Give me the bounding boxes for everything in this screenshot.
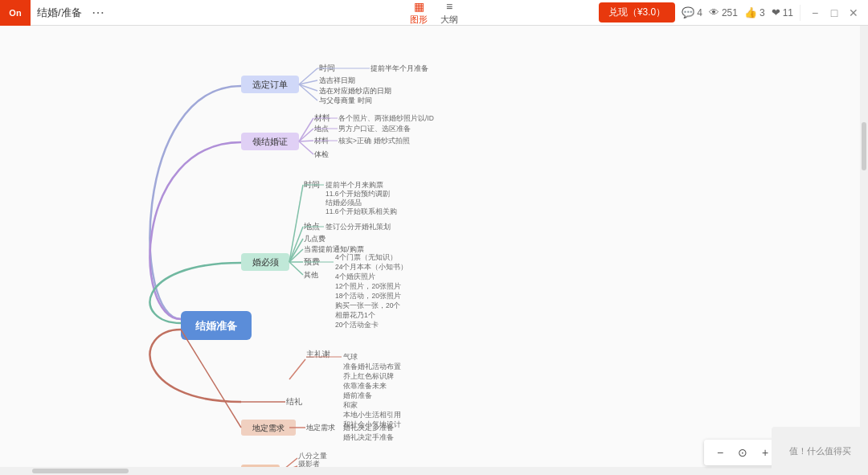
comment-icon: 💬 (682, 6, 694, 18)
leaf-text: 男方户口证、选区准备 (338, 125, 411, 133)
header-center: ▦ 图形 ≡ 大纲 (410, 0, 458, 26)
more-menu-button[interactable]: ⋯ (88, 3, 108, 23)
leaf-text: 结婚必须品 (326, 199, 362, 207)
leaf-text: 婚礼决定手准备 (343, 433, 394, 441)
leaf-text: 地定需求 (252, 424, 285, 432)
header: On 结婚/准备 ⋯ ▦ 图形 ≡ 大纲 兑现（¥3.0） 💬 4 👁 251 … (0, 0, 868, 26)
leaf-text: 签订公分开婚礼策划 (326, 223, 391, 231)
leaf-text: 结礼 (286, 397, 302, 406)
leaf-text: 提前半个月来购票 (326, 181, 383, 189)
zoom-fit-button[interactable]: ⊙ (733, 443, 752, 462)
heart-icon: ❤ (772, 6, 780, 18)
canvas-area[interactable]: 结婚准备 选定订单 时间 提前半年个月准备 选吉祥日期 选在对应婚纱店的日期 与… (0, 26, 860, 475)
like-count: 3 (760, 7, 765, 18)
vertical-scrollbar[interactable] (860, 26, 868, 475)
like-icon: 👍 (744, 6, 757, 18)
zoom-out-button[interactable]: − (710, 443, 730, 462)
outline-view-icon: ≡ (446, 0, 452, 13)
leaf-text: 各个照片、两张婚纱照片以/ID (338, 114, 434, 122)
header-right: 兑现（¥3.0） 💬 4 👁 251 👍 3 ❤ 11 − □ ✕ (599, 2, 868, 23)
like-stat: 👍 3 (744, 6, 765, 18)
leaf-text: 24个月本本（小知书） (335, 263, 407, 271)
svg-rect-0 (4, 26, 856, 475)
leaf-text: 体检 (314, 150, 329, 158)
leaf-text: 11.6个开始联系相关购 (326, 207, 397, 215)
outline-view-label: 大纲 (440, 14, 458, 26)
view-option-outline[interactable]: ≡ 大纲 (440, 0, 458, 26)
leaf-text: 当需提前通知/购票 (304, 245, 364, 253)
view-option-graphic[interactable]: ▦ 图形 (410, 0, 428, 26)
comment-stat: 💬 4 (682, 6, 702, 18)
favorite-count: 11 (783, 7, 793, 18)
minimize-button[interactable]: − (807, 5, 823, 21)
branch-label-2: 领结婚证 (252, 137, 288, 146)
leaf-text: 乔上红色标识牌 (343, 372, 394, 380)
leaf-text: 核实>正确 (338, 137, 371, 145)
leaf-text: 18个活动，20张照片 (335, 292, 401, 300)
leaf-text: 相册花乃1个 (335, 311, 375, 319)
leaf-text: 几点费 (304, 235, 326, 243)
leaf-text: 依靠准备未来 (343, 382, 387, 390)
leaf-text: 婚纱式拍照 (374, 137, 410, 145)
leaf-text: 婚礼决定多准备 (343, 424, 394, 432)
leaf-text: 其他 (304, 271, 318, 279)
document-title: 结婚/准备 (31, 6, 88, 20)
leaf-text: 提前半年个月准备 (371, 64, 428, 72)
close-button[interactable]: ✕ (845, 5, 862, 21)
mindmap-svg: 结婚准备 选定订单 时间 提前半年个月准备 选吉祥日期 选在对应婚纱店的日期 与… (0, 26, 860, 475)
view-stat: 👁 251 (709, 6, 738, 18)
leaf-text: 选在对应婚纱店的日期 (319, 87, 391, 95)
leaf-text: 购买一张一张，20个 (335, 301, 400, 309)
leaf-text: 11.6个开始预约调剧 (326, 190, 390, 198)
horizontal-scrollbar[interactable] (0, 467, 860, 475)
leaf-text: 八分之量 (298, 452, 327, 460)
root-label: 结婚准备 (194, 320, 238, 332)
branch-label-1: 选定订单 (252, 80, 288, 89)
graphic-view-label: 图形 (410, 14, 428, 26)
leaf-text: 本地小生活相引用 (343, 411, 401, 419)
view-count: 251 (722, 7, 738, 18)
svg-line-10 (299, 141, 313, 141)
scrollbar-thumb-horizontal[interactable] (32, 469, 129, 473)
view-icon: 👁 (709, 6, 719, 18)
leaf-text: 婚前准备 (343, 391, 372, 399)
scrollbar-thumb-vertical[interactable] (862, 122, 866, 170)
window-actions: − □ ✕ (800, 5, 862, 21)
leaf-text: 选吉祥日期 (319, 76, 355, 84)
leaf-text: 4个婚庆照片 (335, 272, 375, 280)
purchase-button[interactable]: 兑现（¥3.0） (599, 2, 675, 23)
watermark-text: 值！什么值得买 (789, 445, 851, 457)
leaf-text: 12个照片，20张照片 (335, 282, 401, 290)
leaf-text: 20个活动金卡 (335, 321, 379, 329)
leaf-text: 气球 (343, 353, 358, 361)
leaf-text: 和家 (343, 401, 358, 409)
comment-count: 4 (697, 7, 702, 18)
leaf-text: 准备婚礼活动布置 (343, 362, 401, 371)
branch-label-3: 婚必须 (252, 257, 279, 267)
graphic-view-icon: ▦ (414, 0, 424, 13)
favorite-stat: ❤ 11 (772, 6, 793, 18)
leaf-text: 4个门票（无知识） (335, 253, 397, 261)
leaf-text: 地定需求 (305, 424, 335, 432)
app-logo: On (0, 0, 31, 26)
watermark: 值！什么值得买 (772, 427, 868, 475)
restore-button[interactable]: □ (826, 5, 842, 21)
leaf-text: 与父母商量 时间 (319, 96, 372, 104)
